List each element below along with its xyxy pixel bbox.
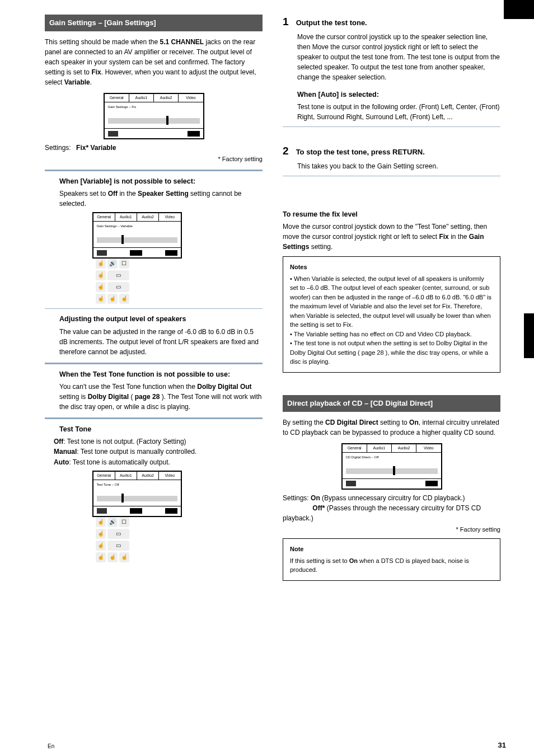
auto-selected-body: Test tone is output in the following ord…: [283, 102, 500, 122]
adjust-output-title: Adjusting the output level of speakers: [45, 314, 263, 325]
remote-button-icons: ☝ 🔊 ☐ ☝ ▭ ☝ ▭ ☝ ☝ ☝: [96, 259, 129, 304]
hand-icon: ☝: [96, 517, 106, 527]
tv-icon: ☐: [119, 259, 129, 269]
dpad-icon: [97, 508, 107, 514]
step2-body: This takes you back to the Gain Setting …: [283, 161, 500, 171]
osd-testtone: GeneralAudio1Audio2Video Test Tone – Off: [92, 471, 216, 562]
hand-icon: ☝: [107, 552, 118, 562]
resume-body: Move the cursor control joystick down to…: [283, 222, 500, 252]
hand-icon: ☝: [96, 270, 106, 280]
enter-label-icon: [130, 250, 142, 256]
testtone-title: Test Tone: [45, 425, 263, 435]
tv-icon: ☐: [119, 517, 129, 527]
hand-icon: ☝: [96, 529, 106, 539]
step1-title: 1 Output the test tone.: [283, 15, 500, 30]
hand-icon: ☝: [96, 552, 106, 562]
hand-icon: ☝: [107, 294, 118, 304]
display-icon: ▭: [107, 529, 129, 539]
hand-icon: ☝: [96, 259, 106, 269]
testtone-notpossible-title: When the Test Tone function is not possi…: [45, 370, 263, 380]
cddirect-note-box: Note If this setting is set to On when a…: [283, 538, 500, 581]
left-column: Gain Settings – [Gain Settings] This set…: [45, 11, 263, 581]
speaker-icon: 🔊: [107, 259, 118, 269]
settings-row-gain: Settings: Fix* Variable: [45, 143, 263, 153]
factory-note-cddirect: * Factory setting: [283, 525, 500, 534]
hand-icon: ☝: [96, 541, 106, 551]
remote-button-icons: ☝🔊☐ ☝▭ ☝▭ ☝☝☝: [96, 517, 129, 562]
setup-label-icon: [188, 131, 200, 137]
setup-label-icon: [165, 508, 177, 514]
divider: [45, 363, 263, 364]
resume-title: To resume the fix level: [283, 210, 500, 220]
step1-body: Move the cursor control joystick up to t…: [283, 32, 500, 82]
dpad-icon: [97, 250, 107, 256]
speaker-icon: 🔊: [107, 517, 118, 527]
variable-not-possible-body: Speakers set to Off in the Speaker Setti…: [45, 189, 263, 209]
right-column: 1 Output the test tone. Move the cursor …: [283, 11, 500, 581]
divider: [45, 170, 263, 171]
setup-label-icon: [165, 250, 177, 256]
step2-title: 2 To stop the test tone, press RETURN.: [283, 144, 500, 159]
notes-box: Notes • When Variable is selected, the o…: [283, 256, 500, 373]
dpad-icon: [108, 131, 118, 137]
divider: [283, 126, 500, 127]
hand-icon: ☝: [119, 552, 129, 562]
divider: [283, 176, 500, 176]
panel-icon: ▭: [107, 541, 129, 551]
auto-selected-title: When [Auto] is selected:: [283, 90, 500, 100]
display-icon: ▭: [107, 270, 129, 280]
testtone-options: Off: Test tone is not output. (Factory S…: [45, 437, 263, 467]
section-header-gain: Gain Settings – [Gain Settings]: [45, 15, 263, 31]
variable-not-possible-title: When [Variable] is not possible to selec…: [45, 177, 263, 187]
enter-label-icon: [130, 508, 142, 514]
osd-gain-variable: GeneralAudio1Audio2Video Gain Settings –…: [92, 212, 216, 304]
testtone-notpossible-body: You can't use the Test Tone function whe…: [45, 382, 263, 412]
gain-intro: This setting should be made when the 5.1…: [45, 37, 263, 87]
cddirect-body: By setting the CD Digital Direct setting…: [283, 417, 500, 438]
dpad-icon: [346, 481, 356, 486]
hand-icon: ☝: [119, 294, 129, 304]
divider: [45, 417, 263, 419]
hand-icon: ☝: [96, 282, 106, 292]
section-header-cddirect: Direct playback of CD – [CD Digital Dire…: [283, 395, 500, 412]
panel-icon: ▭: [107, 282, 129, 292]
side-tab: [524, 313, 534, 358]
adjust-output-body: The value can be adjusted in the range o…: [45, 327, 263, 357]
osd-cddirect: GeneralAudio1Audio2Video CD Digital Dire…: [341, 443, 442, 490]
setup-label-icon: [425, 481, 438, 486]
cddirect-settings: Settings: On (Bypass unnecessary circuit…: [283, 493, 500, 523]
osd-gain-fix: General Audio1 Audio2 Video Gain Setting…: [104, 93, 204, 139]
page-header-flag: [504, 0, 534, 19]
divider: [45, 308, 263, 309]
factory-note-gain: * Factory setting: [45, 155, 263, 163]
hand-icon: ☝: [96, 294, 106, 304]
